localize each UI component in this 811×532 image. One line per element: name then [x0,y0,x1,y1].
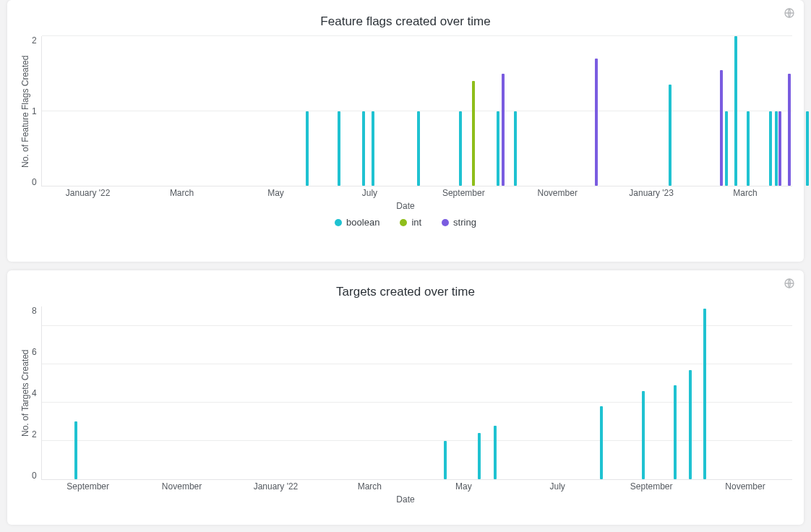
chart-title: Feature flags created over time [19,14,792,29]
legend-item[interactable]: boolean [335,217,379,228]
flags-chart-card: Feature flags created over time No. of F… [7,0,804,262]
x-tick: May [267,188,284,198]
bar [444,441,447,479]
bar [338,111,340,186]
bar [459,111,462,186]
x-tick: July [550,481,565,492]
x-tick: September [442,188,485,198]
bar [494,426,497,479]
y-tick: 1 [32,107,37,116]
y-tick: 2 [32,36,37,45]
bar [806,111,809,186]
bar [306,111,309,186]
x-axis-ticks: January '22MarchMayJulySeptemberNovember… [41,186,792,200]
y-tick: 0 [32,471,37,480]
legend-label: int [411,217,421,228]
bar [417,111,420,186]
y-axis-ticks: 210 [32,36,41,186]
legend-item[interactable]: string [442,217,476,228]
x-axis-label: Date [19,494,792,505]
plot-area [41,36,792,186]
y-tick: 0 [32,178,37,186]
bar [788,74,791,186]
bar [720,70,723,186]
bar [703,309,706,479]
x-tick: March [358,481,382,492]
y-axis-label: No. of Targets Created [19,306,32,480]
bar [775,111,778,186]
legend-swatch [335,219,342,226]
bar [689,370,692,479]
x-tick: July [362,188,377,198]
bar [514,111,517,186]
bar [362,111,365,186]
bar [372,111,374,186]
x-tick: November [538,188,578,198]
bar [725,111,728,186]
bar [502,74,505,186]
bar [600,406,603,479]
plot-area [41,306,792,480]
x-axis-label: Date [19,201,792,211]
x-tick: January '22 [254,481,299,492]
bar [778,111,781,186]
y-tick: 6 [32,348,37,356]
chart-title: Targets created over time [19,285,792,299]
bar [747,111,750,186]
y-axis-label: No. of Feature Flags Created [19,36,32,186]
bar [642,391,645,479]
legend-item[interactable]: int [400,217,421,228]
x-tick: November [162,481,202,492]
legend-label: string [453,217,476,228]
bar [734,36,737,186]
y-tick: 2 [32,430,37,439]
x-axis-ticks: SeptemberNovemberJanuary '22MarchMayJuly… [41,480,792,493]
x-tick: November [725,481,765,492]
x-tick: March [733,188,757,198]
x-tick: January '23 [629,188,674,198]
legend-swatch [442,219,449,226]
y-tick: 4 [32,389,37,398]
x-tick: January '22 [66,188,111,198]
globe-icon[interactable] [784,278,795,289]
legend-label: boolean [346,217,379,228]
bar [497,111,499,186]
targets-chart-card: Targets created over time No. of Targets… [7,270,804,525]
y-tick: 8 [32,306,37,315]
bar [674,385,677,479]
x-tick: March [170,188,194,198]
x-tick: May [455,481,472,492]
x-tick: September [66,481,109,492]
legend-swatch [400,219,407,226]
bar [478,433,481,479]
bar [74,421,77,479]
globe-icon[interactable] [784,7,795,19]
x-tick: September [630,481,673,492]
y-axis-ticks: 86420 [32,306,41,480]
legend: booleanintstring [19,217,792,228]
bar [472,81,475,186]
bar [769,111,772,186]
bar [595,59,598,186]
bar [669,85,671,186]
